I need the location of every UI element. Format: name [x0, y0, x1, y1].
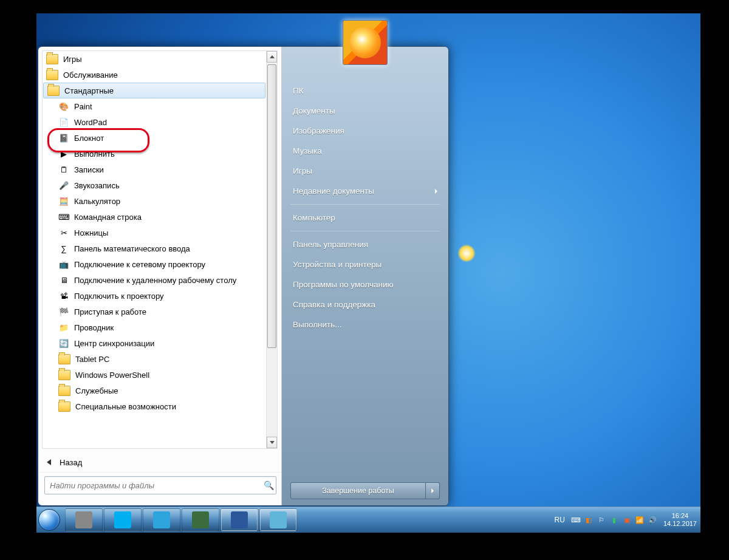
- program-item-Служебные[interactable]: Служебные: [43, 383, 266, 398]
- program-item-Стандартные[interactable]: Стандартные: [43, 83, 265, 98]
- folder-icon: [47, 86, 60, 96]
- clock[interactable]: 16:24 14.12.2017: [663, 512, 697, 527]
- right-item-label: Панель управления: [293, 240, 368, 249]
- tray-icon[interactable]: ▮: [609, 515, 619, 525]
- program-item-label: Ножницы: [74, 228, 108, 237]
- taskbar-button-word[interactable]: [221, 508, 258, 531]
- right-item[interactable]: Изображения: [282, 121, 448, 141]
- program-item-Обслуживание[interactable]: Обслуживание: [43, 67, 266, 83]
- user-avatar[interactable]: [343, 20, 388, 65]
- program-item-mic[interactable]: 🎤Звукозапись: [43, 177, 266, 193]
- search-input[interactable]: [45, 481, 261, 490]
- system-tray: RU ⌨ ◧ ⚐ ▮ ▣ 📶 🔊 16:24 14.12.2017: [555, 512, 700, 527]
- shutdown-options-button[interactable]: [426, 482, 440, 499]
- word-icon: [231, 511, 248, 528]
- program-item-sync[interactable]: 🔄Центр синхронизации: [43, 335, 266, 351]
- right-item-label: ПК: [293, 86, 304, 95]
- start-button[interactable]: [36, 507, 62, 533]
- program-item-explorer[interactable]: 📁Проводник: [43, 319, 266, 335]
- right-items-list: ПК ДокументыИзображенияМузыкаИгрыНедавни…: [282, 76, 448, 340]
- right-item[interactable]: Выполнить...: [282, 315, 448, 335]
- scroll-thumb[interactable]: [267, 64, 276, 348]
- program-item-welcome[interactable]: 🏁Приступая к работе: [43, 304, 266, 319]
- snip-icon: ✂: [58, 227, 69, 238]
- program-item-wordpad[interactable]: 📄WordPad: [43, 114, 266, 130]
- program-item-math[interactable]: ∑Панель математического ввода: [43, 241, 266, 256]
- right-item[interactable]: Программы по умолчанию: [282, 275, 448, 295]
- wordpad-icon: 📄: [58, 117, 69, 128]
- program-item-calc[interactable]: 🧮Калькулятор: [43, 193, 266, 209]
- folder-icon: [58, 354, 70, 364]
- program-item-rdp[interactable]: 🖥Подключение к удаленному рабочему столу: [43, 272, 266, 288]
- right-item-user[interactable]: ПК: [282, 81, 448, 101]
- clock-time: 16:24: [672, 512, 689, 520]
- keyboard-icon[interactable]: ⌨: [571, 515, 581, 525]
- skype-icon: [114, 511, 131, 528]
- programs-scroll-area[interactable]: ИгрыОбслуживаниеСтандартные🎨Paint📄WordPa…: [43, 51, 266, 448]
- program-item-Windows PowerShell[interactable]: Windows PowerShell: [43, 367, 266, 383]
- taskbar-button-telegram[interactable]: [143, 508, 180, 531]
- program-item-proj[interactable]: 📽Подключить к проектору: [43, 288, 266, 304]
- right-item[interactable]: Устройства и принтеры: [282, 254, 448, 275]
- shutdown-main[interactable]: Завершение работы: [290, 482, 426, 499]
- program-item-label: Служебные: [75, 386, 118, 395]
- program-item-netproj[interactable]: 📺Подключение к сетевому проектору: [43, 256, 266, 272]
- netproj-icon: 📺: [58, 259, 69, 270]
- program-item-label: Командная строка: [74, 213, 142, 222]
- scroll-down-button[interactable]: [267, 437, 277, 448]
- right-item[interactable]: Игры: [282, 161, 448, 181]
- tray-icon[interactable]: ▣: [622, 515, 632, 525]
- right-item-label: Выполнить...: [293, 320, 342, 329]
- volume-icon[interactable]: 🔊: [648, 515, 657, 525]
- program-item-label: Обслуживание: [63, 70, 118, 80]
- paint-icon: 🎨: [58, 101, 69, 112]
- taskbar-button-panda[interactable]: [65, 508, 103, 531]
- program-item-label: Приступая к работе: [74, 307, 146, 316]
- right-item[interactable]: Справка и поддержка: [282, 295, 448, 315]
- right-item[interactable]: Недавние документы: [282, 181, 448, 201]
- desktop-decoration: [457, 244, 476, 262]
- program-item-Специальные возможности[interactable]: Специальные возможности: [43, 398, 266, 414]
- program-item-Tablet PC[interactable]: Tablet PC: [43, 351, 266, 367]
- program-item-Игры[interactable]: Игры: [43, 51, 266, 67]
- welcome-icon: 🏁: [58, 306, 69, 317]
- search-box[interactable]: 🔍: [44, 476, 276, 494]
- program-item-label: Специальные возможности: [75, 402, 176, 411]
- programs-scrollbar[interactable]: [266, 51, 277, 448]
- tray-icon[interactable]: ◧: [584, 515, 594, 525]
- folder-icon: [46, 54, 58, 64]
- explorer-icon: 📁: [58, 322, 69, 333]
- right-item[interactable]: Музыка: [282, 141, 448, 161]
- program-item-cmd[interactable]: ⌨Командная строка: [43, 209, 266, 225]
- right-item-label: Устройства и принтеры: [293, 260, 382, 269]
- right-item[interactable]: Панель управления: [282, 234, 448, 254]
- right-item[interactable]: Компьютер: [282, 208, 448, 228]
- program-item-run[interactable]: ▶Выполнить: [43, 146, 266, 162]
- notepad-icon: [270, 511, 287, 528]
- program-item-label: Игры: [63, 55, 82, 64]
- shutdown-label: Завершение работы: [322, 487, 394, 495]
- tray-icons: ⌨ ◧ ⚐ ▮ ▣ 📶 🔊: [571, 515, 657, 525]
- taskbar-button-skype[interactable]: [104, 508, 142, 531]
- network-icon[interactable]: 📶: [635, 515, 645, 525]
- flag-icon[interactable]: ⚐: [597, 515, 606, 525]
- sticky-icon: 🗒: [58, 164, 69, 175]
- language-indicator[interactable]: RU: [555, 516, 565, 524]
- program-item-sticky[interactable]: 🗒Записки: [43, 162, 266, 177]
- calc-icon: 🧮: [58, 196, 69, 207]
- right-item-label: Документы: [293, 106, 335, 115]
- back-button[interactable]: Назад: [38, 452, 281, 472]
- shutdown-button[interactable]: Завершение работы: [290, 482, 440, 499]
- program-item-notepad[interactable]: 📓Блокнот: [43, 130, 266, 146]
- separator: [290, 231, 440, 231]
- right-item[interactable]: Документы: [282, 101, 448, 121]
- program-item-paint[interactable]: 🎨Paint: [43, 98, 266, 114]
- program-item-label: Звукозапись: [74, 181, 120, 190]
- programs-list: ИгрыОбслуживаниеСтандартные🎨Paint📄WordPa…: [42, 50, 278, 449]
- taskbar-button-monitor[interactable]: [182, 508, 219, 531]
- start-menu-right-pane: ПК ДокументыИзображенияМузыкаИгрыНедавни…: [282, 47, 448, 505]
- taskbar-button-notepad[interactable]: [259, 508, 297, 531]
- telegram-icon: [153, 511, 170, 528]
- scroll-up-button[interactable]: [267, 51, 277, 63]
- program-item-snip[interactable]: ✂Ножницы: [43, 225, 266, 241]
